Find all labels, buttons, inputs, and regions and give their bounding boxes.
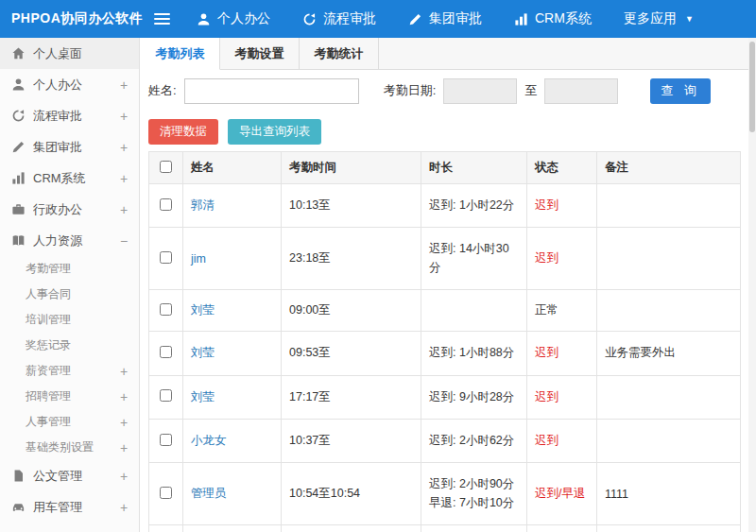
table-row: 刘莹 09:00至 正常 <box>149 290 741 332</box>
book-icon <box>11 233 26 248</box>
col-header-name: 姓名 <box>183 152 282 184</box>
cycle-icon <box>302 12 317 26</box>
sidebar-item-desktop[interactable]: 个人桌面 <box>0 38 139 69</box>
sidebar-item-hr[interactable]: 人力资源 − <box>0 225 139 256</box>
table-row: 刘莹 09:53至 迟到: 1小时88分 迟到 业务需要外出 <box>149 332 741 375</box>
table-header-row: 姓名 考勤时间 时长 状态 备注 <box>149 152 741 184</box>
row-checkbox[interactable] <box>160 434 172 446</box>
attendance-time: 08:56至 <box>282 525 421 532</box>
caret-down-icon: ▼ <box>685 14 694 24</box>
duration-text: 迟到: 1小时88分 <box>421 332 527 375</box>
chart-icon <box>514 12 528 26</box>
sidebar-subitem-base-category[interactable]: 基础类别设置 + <box>0 435 139 460</box>
nav-label: 流程审批 <box>323 10 376 27</box>
employee-name-link[interactable]: 刘莹 <box>191 303 215 317</box>
attendance-table: 姓名 考勤时间 时长 状态 备注 郭清 10:13至 迟到: 1小时22分 迟到… <box>148 151 741 532</box>
date-from-input[interactable] <box>443 78 517 104</box>
cycle-icon <box>11 109 26 123</box>
clean-data-button[interactable]: 清理数据 <box>148 119 218 145</box>
chart-icon <box>11 171 26 185</box>
sidebar-subitem-salary[interactable]: 薪资管理 + <box>0 358 139 384</box>
note-text <box>597 184 741 228</box>
employee-name-link[interactable]: 郭清 <box>191 198 215 212</box>
expand-icon: + <box>118 171 129 186</box>
expand-icon: + <box>118 140 129 155</box>
nav-process-approval[interactable]: 流程审批 <box>302 10 376 27</box>
name-filter-input[interactable] <box>184 78 359 104</box>
date-to-input[interactable] <box>544 78 618 104</box>
date-to-label: 至 <box>524 82 537 99</box>
duration-text: 迟到: 2小时62分 <box>421 419 527 462</box>
nav-personal-office[interactable]: 个人办公 <box>197 10 270 27</box>
menu-toggle-icon[interactable] <box>140 0 183 38</box>
row-checkbox[interactable] <box>160 303 172 316</box>
person-icon <box>11 77 26 92</box>
sidebar-subitem-attendance[interactable]: 考勤管理 <box>0 256 139 282</box>
tab-bar: 考勤列表 考勤设置 考勤统计 <box>141 38 748 70</box>
expand-icon: + <box>118 202 129 217</box>
row-checkbox[interactable] <box>160 487 172 499</box>
scrollbar-thumb[interactable] <box>749 42 755 132</box>
tab-attendance-settings[interactable]: 考勤设置 <box>220 38 300 69</box>
expand-icon: + <box>118 500 129 515</box>
employee-name-link[interactable]: 刘莹 <box>191 346 215 359</box>
sidebar-item-group-approval[interactable]: 集团审批 + <box>0 131 139 163</box>
sidebar-item-documents[interactable]: 公文管理 + <box>0 460 139 491</box>
sidebar-item-vehicle[interactable]: 用车管理 + <box>0 491 139 523</box>
sidebar-item-personal-office[interactable]: 个人办公 + <box>0 69 139 100</box>
table-row: 郭清 10:13至 迟到: 1小时22分 迟到 <box>149 184 741 228</box>
sidebar-subitem-hr-contract[interactable]: 人事合同 <box>0 282 139 307</box>
status-text: 迟到 <box>527 525 597 532</box>
status-text: 迟到 <box>527 375 597 419</box>
attendance-time: 09:53至 <box>282 332 421 375</box>
file-icon <box>11 469 26 483</box>
nav-label: CRM系统 <box>535 10 592 27</box>
tab-attendance-stats[interactable]: 考勤统计 <box>300 38 379 69</box>
nav-crm-system[interactable]: CRM系统 <box>514 10 592 27</box>
row-checkbox[interactable] <box>160 389 172 402</box>
table-row: 王壹辉 08:56至 迟到: 56分 迟到 <box>149 525 741 532</box>
sidebar-subitem-personnel[interactable]: 人事管理 + <box>0 409 139 435</box>
nav-more-apps[interactable]: 更多应用 ▼ <box>624 10 694 27</box>
note-text <box>597 290 741 332</box>
nav-label: 集团审批 <box>429 10 482 27</box>
sidebar-item-admin-office[interactable]: 行政办公 + <box>0 194 139 225</box>
attendance-time: 09:00至 <box>282 290 421 332</box>
status-text: 迟到 <box>527 419 597 462</box>
nav-group-approval[interactable]: 集团审批 <box>408 10 482 27</box>
nav-label: 个人办公 <box>217 10 270 27</box>
duration-text: 迟到: 1小时22分 <box>421 184 527 228</box>
row-checkbox[interactable] <box>160 346 172 358</box>
sidebar-item-process-approval[interactable]: 流程审批 + <box>0 100 139 131</box>
note-text: 业务需要外出 <box>597 332 741 375</box>
sidebar-item-crm[interactable]: CRM系统 + <box>0 163 139 194</box>
sidebar-subitem-training[interactable]: 培训管理 <box>0 307 139 333</box>
table-row: 小龙女 10:37至 迟到: 2小时62分 迟到 <box>149 419 741 462</box>
action-buttons: 清理数据 导出查询列表 <box>141 112 748 151</box>
expand-icon: + <box>118 389 129 404</box>
search-button[interactable]: 查 询 <box>650 78 711 104</box>
tab-attendance-list[interactable]: 考勤列表 <box>141 38 220 70</box>
status-text: 迟到 <box>527 228 597 290</box>
sidebar-subitem-rewards[interactable]: 奖惩记录 <box>0 333 139 358</box>
row-checkbox[interactable] <box>160 251 172 264</box>
employee-name-link[interactable]: jim <box>191 252 206 266</box>
note-text <box>597 228 741 290</box>
expand-icon: + <box>118 469 129 484</box>
expand-icon: + <box>118 440 129 455</box>
row-checkbox[interactable] <box>160 198 172 211</box>
main-content: 考勤列表 考勤设置 考勤统计 姓名: 考勤日期: 至 查 询 清理数据 导出查询… <box>141 38 748 532</box>
duration-text <box>421 290 527 332</box>
employee-name-link[interactable]: 刘莹 <box>191 390 215 403</box>
nav-label: 更多应用 <box>624 10 677 27</box>
select-all-checkbox[interactable] <box>160 161 172 173</box>
col-header-duration: 时长 <box>421 152 527 184</box>
note-text <box>597 375 741 419</box>
employee-name-link[interactable]: 小龙女 <box>191 434 227 447</box>
status-text: 迟到/早退 <box>527 463 597 525</box>
attendance-time: 10:37至 <box>282 419 421 462</box>
export-list-button[interactable]: 导出查询列表 <box>228 119 321 145</box>
sidebar-subitem-recruitment[interactable]: 招聘管理 + <box>0 384 139 409</box>
employee-name-link[interactable]: 管理员 <box>191 487 227 500</box>
table-row: 管理员 10:54至10:54 迟到: 2小时90分 早退: 7小时10分 迟到… <box>149 463 741 525</box>
